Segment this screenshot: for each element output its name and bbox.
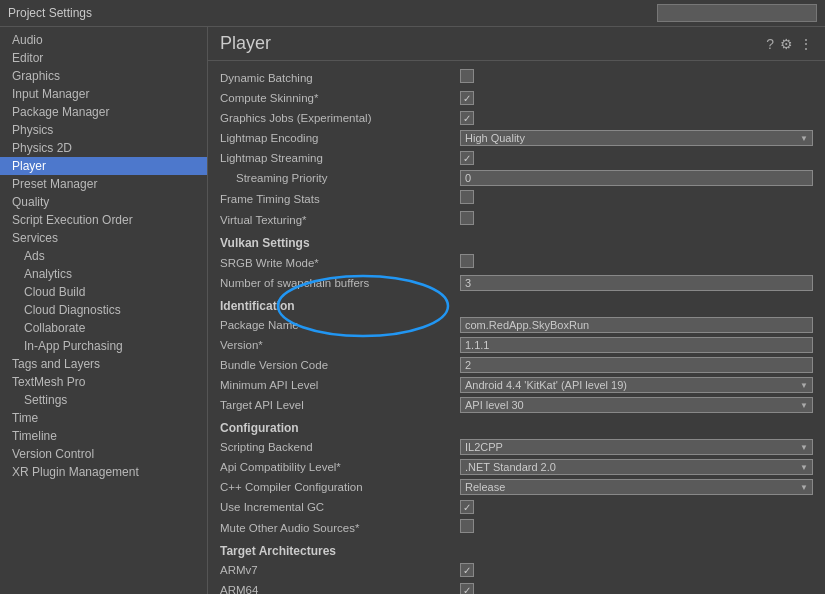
sidebar-item-physics-2d[interactable]: Physics 2D bbox=[0, 139, 207, 157]
checkbox-armv7[interactable] bbox=[460, 563, 474, 577]
sidebar-item-editor[interactable]: Editor bbox=[0, 49, 207, 67]
sidebar-item-services[interactable]: Services bbox=[0, 229, 207, 247]
row-value bbox=[460, 357, 813, 373]
sidebar-item-timeline[interactable]: Timeline bbox=[0, 427, 207, 445]
content-area: AudioEditorGraphicsInput ManagerPackage … bbox=[0, 27, 825, 594]
main-panel: Player ? ⚙ ⋮ Dynamic BatchingCompute Ski… bbox=[208, 27, 825, 594]
row-value: .NET Standard 2.0▼ bbox=[460, 459, 813, 475]
dropdown-minimumapilevel[interactable]: Android 4.4 'KitKat' (API level 19)▼ bbox=[460, 377, 813, 393]
checkbox-arm64[interactable] bbox=[460, 583, 474, 594]
checkbox-dynamicbatching[interactable] bbox=[460, 69, 474, 83]
row-label: Use Incremental GC bbox=[220, 501, 460, 513]
checkbox-virtualtexturing[interactable] bbox=[460, 211, 474, 225]
section-header-target-architectures: Target Architectures bbox=[208, 538, 825, 560]
sidebar-item-time[interactable]: Time bbox=[0, 409, 207, 427]
sidebar-item-physics[interactable]: Physics bbox=[0, 121, 207, 139]
dropdown-lightmapencoding[interactable]: High Quality▼ bbox=[460, 130, 813, 146]
row-label: Target API Level bbox=[220, 399, 460, 411]
window: Project Settings AudioEditorGraphicsInpu… bbox=[0, 0, 825, 594]
main-panel-wrapper: Player ? ⚙ ⋮ Dynamic BatchingCompute Ski… bbox=[208, 27, 825, 594]
sidebar-item-collaborate[interactable]: Collaborate bbox=[0, 319, 207, 337]
row-label: Virtual Texturing* bbox=[220, 214, 460, 226]
sidebar-item-cloud-build[interactable]: Cloud Build bbox=[0, 283, 207, 301]
sidebar-item-textmesh-settings[interactable]: Settings bbox=[0, 391, 207, 409]
row-value: IL2CPP▼ bbox=[460, 439, 813, 455]
settings-row: Version* bbox=[208, 335, 825, 355]
row-value bbox=[460, 69, 813, 86]
text-input-numberofswapchainbuffers[interactable] bbox=[460, 275, 813, 291]
section-header-vulkan-settings: Vulkan Settings bbox=[208, 230, 825, 252]
row-label: SRGB Write Mode* bbox=[220, 257, 460, 269]
search-input[interactable] bbox=[657, 4, 817, 22]
row-value: Release▼ bbox=[460, 479, 813, 495]
checkbox-frametimingstats[interactable] bbox=[460, 190, 474, 204]
row-value: High Quality▼ bbox=[460, 130, 813, 146]
sidebar-item-ads[interactable]: Ads bbox=[0, 247, 207, 265]
settings-row: Scripting BackendIL2CPP▼ bbox=[208, 437, 825, 457]
row-label: ARM64 bbox=[220, 584, 460, 594]
sidebar-item-audio[interactable]: Audio bbox=[0, 31, 207, 49]
sidebar-item-tags-and-layers[interactable]: Tags and Layers bbox=[0, 355, 207, 373]
checkbox-computeskinning[interactable] bbox=[460, 91, 474, 105]
checkbox-srgbwritemode[interactable] bbox=[460, 254, 474, 268]
settings-row: Frame Timing Stats bbox=[208, 188, 825, 209]
settings-icon[interactable]: ⚙ bbox=[780, 36, 793, 52]
help-icon[interactable]: ? bbox=[766, 36, 774, 52]
text-input-packagename[interactable] bbox=[460, 317, 813, 333]
text-input-bundleversioncode[interactable] bbox=[460, 357, 813, 373]
titlebar: Project Settings bbox=[0, 0, 825, 27]
settings-row: SRGB Write Mode* bbox=[208, 252, 825, 273]
sidebar-item-script-execution-order[interactable]: Script Execution Order bbox=[0, 211, 207, 229]
settings-row: Number of swapchain buffers bbox=[208, 273, 825, 293]
sidebar-item-graphics[interactable]: Graphics bbox=[0, 67, 207, 85]
sidebar-item-package-manager[interactable]: Package Manager bbox=[0, 103, 207, 121]
settings-row: Api Compatibility Level*.NET Standard 2.… bbox=[208, 457, 825, 477]
sidebar-item-preset-manager[interactable]: Preset Manager bbox=[0, 175, 207, 193]
row-value bbox=[460, 275, 813, 291]
row-label: Streaming Priority bbox=[220, 172, 460, 184]
row-label: Mute Other Audio Sources* bbox=[220, 522, 460, 534]
row-label: C++ Compiler Configuration bbox=[220, 481, 460, 493]
checkbox-graphicsjobs(experimental)[interactable] bbox=[460, 111, 474, 125]
sidebar-item-analytics[interactable]: Analytics bbox=[0, 265, 207, 283]
settings-row: Package Name bbox=[208, 315, 825, 335]
panel-header: Player ? ⚙ ⋮ bbox=[208, 27, 825, 61]
row-value: Android 4.4 'KitKat' (API level 19)▼ bbox=[460, 377, 813, 393]
row-value bbox=[460, 254, 813, 271]
row-label: Lightmap Encoding bbox=[220, 132, 460, 144]
checkbox-lightmapstreaming[interactable] bbox=[460, 151, 474, 165]
sidebar-item-quality[interactable]: Quality bbox=[0, 193, 207, 211]
settings-row: Compute Skinning* bbox=[208, 88, 825, 108]
overflow-icon[interactable]: ⋮ bbox=[799, 36, 813, 52]
row-value bbox=[460, 519, 813, 536]
dropdown-apicompatibilitylevel[interactable]: .NET Standard 2.0▼ bbox=[460, 459, 813, 475]
settings-row: C++ Compiler ConfigurationRelease▼ bbox=[208, 477, 825, 497]
settings-row: Mute Other Audio Sources* bbox=[208, 517, 825, 538]
text-input-streamingpriority[interactable] bbox=[460, 170, 813, 186]
sidebar-item-xr-plugin-management[interactable]: XR Plugin Management bbox=[0, 463, 207, 481]
settings-row: Virtual Texturing* bbox=[208, 209, 825, 230]
row-label: Frame Timing Stats bbox=[220, 193, 460, 205]
sidebar-item-input-manager[interactable]: Input Manager bbox=[0, 85, 207, 103]
window-title: Project Settings bbox=[8, 6, 92, 20]
dropdown-c++compilerconfiguration[interactable]: Release▼ bbox=[460, 479, 813, 495]
checkbox-useincrementalgc[interactable] bbox=[460, 500, 474, 514]
settings-row: ARM64 bbox=[208, 580, 825, 594]
panel-body: Dynamic BatchingCompute Skinning*Graphic… bbox=[208, 61, 825, 594]
row-label: Lightmap Streaming bbox=[220, 152, 460, 164]
settings-row: Graphics Jobs (Experimental) bbox=[208, 108, 825, 128]
settings-row: Lightmap EncodingHigh Quality▼ bbox=[208, 128, 825, 148]
dropdown-scriptingbackend[interactable]: IL2CPP▼ bbox=[460, 439, 813, 455]
sidebar-item-version-control[interactable]: Version Control bbox=[0, 445, 207, 463]
checkbox-muteotheraudiosources[interactable] bbox=[460, 519, 474, 533]
section-header-identification: Identification bbox=[208, 293, 825, 315]
row-value bbox=[460, 151, 813, 166]
dropdown-targetapilevel[interactable]: API level 30▼ bbox=[460, 397, 813, 413]
row-value bbox=[460, 337, 813, 353]
sidebar-item-textmesh-pro[interactable]: TextMesh Pro bbox=[0, 373, 207, 391]
sidebar-item-cloud-diagnostics[interactable]: Cloud Diagnostics bbox=[0, 301, 207, 319]
sidebar-item-player[interactable]: Player bbox=[0, 157, 207, 175]
sidebar-item-in-app-purchasing[interactable]: In-App Purchasing bbox=[0, 337, 207, 355]
row-label: Version* bbox=[220, 339, 460, 351]
text-input-version[interactable] bbox=[460, 337, 813, 353]
